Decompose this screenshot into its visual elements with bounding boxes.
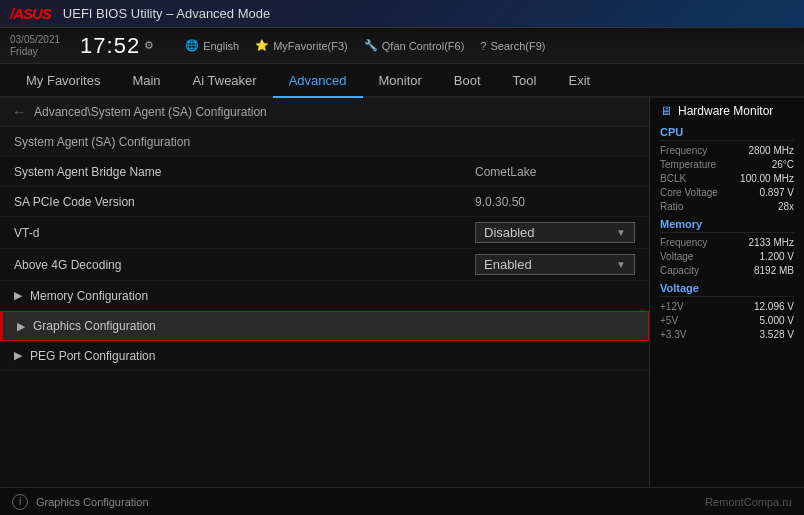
- top-links: 🌐 English ⭐ MyFavorite(F3) 🔧 Qfan Contro…: [185, 39, 545, 52]
- language-link[interactable]: 🌐 English: [185, 39, 239, 52]
- above4g-value: Enabled: [484, 257, 532, 272]
- header-bar: /ASUS UEFI BIOS Utility – Advanced Mode: [0, 0, 804, 28]
- cpu-temp-row: Temperature 26°C: [660, 159, 794, 170]
- main-layout: ← Advanced\System Agent (SA) Configurati…: [0, 98, 804, 487]
- time-display: 17:52 ⚙: [80, 33, 155, 59]
- cpu-freq-label: Frequency: [660, 145, 707, 156]
- memory-expand-icon: ▶: [14, 289, 22, 302]
- cpu-voltage-label: Core Voltage: [660, 187, 718, 198]
- cpu-ratio-row: Ratio 28x: [660, 201, 794, 212]
- time-bar: 03/05/2021 Friday 17:52 ⚙ 🌐 English ⭐ My…: [0, 28, 804, 64]
- graphics-config-label: Graphics Configuration: [33, 319, 634, 333]
- cpu-frequency-row: Frequency 2800 MHz: [660, 145, 794, 156]
- nav-monitor[interactable]: Monitor: [363, 64, 438, 98]
- myfavorite-link[interactable]: ⭐ MyFavorite(F3): [255, 39, 348, 52]
- vtd-dropdown-arrow: ▼: [616, 227, 626, 238]
- cpu-voltage-value: 0.897 V: [760, 187, 794, 198]
- nav-boot[interactable]: Boot: [438, 64, 497, 98]
- status-message: Graphics Configuration: [36, 496, 149, 508]
- pcie-version-label: SA PCIe Code Version: [14, 195, 475, 209]
- graphics-config-row[interactable]: ▶ Graphics Configuration: [0, 311, 649, 341]
- cpu-freq-value: 2800 MHz: [748, 145, 794, 156]
- v5-label: +5V: [660, 315, 678, 326]
- memory-section-title: Memory: [660, 218, 794, 233]
- monitor-icon: 🖥: [660, 104, 672, 118]
- content-area: ← Advanced\System Agent (SA) Configurati…: [0, 98, 649, 487]
- bridge-name-row: System Agent Bridge Name CometLake: [0, 157, 649, 187]
- cpu-temp-label: Temperature: [660, 159, 716, 170]
- watermark-text: RemontCompa.ru: [705, 496, 792, 508]
- cpu-section-title: CPU: [660, 126, 794, 141]
- v33-label: +3.3V: [660, 329, 686, 340]
- mem-voltage-label: Voltage: [660, 251, 693, 262]
- settings-icon[interactable]: ⚙: [144, 39, 155, 52]
- status-left: i Graphics Configuration: [12, 494, 149, 510]
- info-icon: i: [12, 494, 28, 510]
- nav-main[interactable]: Main: [116, 64, 176, 98]
- above4g-dropdown[interactable]: Enabled ▼: [475, 254, 635, 275]
- cpu-bclk-row: BCLK 100.00 MHz: [660, 173, 794, 184]
- mem-capacity-label: Capacity: [660, 265, 699, 276]
- peg-config-label: PEG Port Configuration: [30, 349, 635, 363]
- mem-capacity-value: 8192 MB: [754, 265, 794, 276]
- cpu-temp-value: 26°C: [772, 159, 794, 170]
- peg-expand-icon: ▶: [14, 349, 22, 362]
- pcie-version-value: 9.0.30.50: [475, 195, 635, 209]
- nav-ai-tweaker[interactable]: Ai Tweaker: [177, 64, 273, 98]
- vtd-label: VT-d: [14, 226, 475, 240]
- v5-value: 5.000 V: [760, 315, 794, 326]
- cpu-voltage-row: Core Voltage 0.897 V: [660, 187, 794, 198]
- status-bar: i Graphics Configuration RemontCompa.ru: [0, 487, 804, 515]
- hw-monitor-title: 🖥 Hardware Monitor: [660, 104, 794, 118]
- cpu-ratio-label: Ratio: [660, 201, 683, 212]
- mem-freq-label: Frequency: [660, 237, 707, 248]
- config-table: System Agent (SA) Configuration System A…: [0, 127, 649, 371]
- qfan-link[interactable]: 🔧 Qfan Control(F6): [364, 39, 465, 52]
- above4g-row[interactable]: Above 4G Decoding Enabled ▼: [0, 249, 649, 281]
- memory-config-row[interactable]: ▶ Memory Configuration: [0, 281, 649, 311]
- nav-tool[interactable]: Tool: [497, 64, 553, 98]
- above4g-dropdown-arrow: ▼: [616, 259, 626, 270]
- nav-my-favorites[interactable]: My Favorites: [10, 64, 116, 98]
- back-arrow[interactable]: ←: [12, 104, 26, 120]
- mem-freq-row: Frequency 2133 MHz: [660, 237, 794, 248]
- breadcrumb: ← Advanced\System Agent (SA) Configurati…: [0, 98, 649, 127]
- cpu-bclk-label: BCLK: [660, 173, 686, 184]
- memory-config-label: Memory Configuration: [30, 289, 635, 303]
- bios-title: UEFI BIOS Utility – Advanced Mode: [63, 6, 270, 21]
- day-text: Friday: [10, 46, 60, 58]
- graphics-expand-icon: ▶: [17, 320, 25, 333]
- cpu-bclk-value: 100.00 MHz: [740, 173, 794, 184]
- v33-value: 3.528 V: [760, 329, 794, 340]
- above4g-label: Above 4G Decoding: [14, 258, 475, 272]
- mem-capacity-row: Capacity 8192 MB: [660, 265, 794, 276]
- nav-advanced[interactable]: Advanced: [273, 64, 363, 98]
- section-header: System Agent (SA) Configuration: [0, 127, 649, 157]
- pcie-version-row: SA PCIe Code Version 9.0.30.50: [0, 187, 649, 217]
- v5-row: +5V 5.000 V: [660, 315, 794, 326]
- mem-voltage-value: 1.200 V: [760, 251, 794, 262]
- datetime-block: 03/05/2021 Friday: [10, 34, 60, 58]
- mem-voltage-row: Voltage 1.200 V: [660, 251, 794, 262]
- peg-config-row[interactable]: ▶ PEG Port Configuration: [0, 341, 649, 371]
- bridge-name-label: System Agent Bridge Name: [14, 165, 475, 179]
- cpu-ratio-value: 28x: [778, 201, 794, 212]
- vtd-dropdown[interactable]: Disabled ▼: [475, 222, 635, 243]
- vtd-value: Disabled: [484, 225, 535, 240]
- date-text: 03/05/2021: [10, 34, 60, 46]
- nav-exit[interactable]: Exit: [552, 64, 606, 98]
- v33-row: +3.3V 3.528 V: [660, 329, 794, 340]
- v12-label: +12V: [660, 301, 684, 312]
- bridge-name-value: CometLake: [475, 165, 635, 179]
- vtd-row[interactable]: VT-d Disabled ▼: [0, 217, 649, 249]
- hardware-monitor-panel: 🖥 Hardware Monitor CPU Frequency 2800 MH…: [649, 98, 804, 487]
- v12-row: +12V 12.096 V: [660, 301, 794, 312]
- breadcrumb-text: Advanced\System Agent (SA) Configuration: [34, 105, 267, 119]
- navbar: My Favorites Main Ai Tweaker Advanced Mo…: [0, 64, 804, 98]
- voltage-section-title: Voltage: [660, 282, 794, 297]
- search-link[interactable]: ? Search(F9): [480, 39, 545, 52]
- asus-logo: /ASUS: [10, 5, 51, 22]
- mem-freq-value: 2133 MHz: [748, 237, 794, 248]
- v12-value: 12.096 V: [754, 301, 794, 312]
